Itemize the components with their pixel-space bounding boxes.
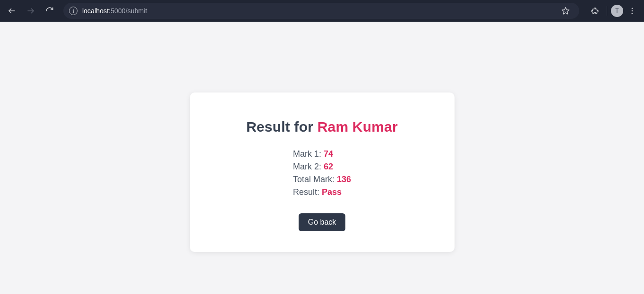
puzzle-icon: [591, 7, 599, 15]
svg-point-5: [632, 13, 633, 14]
result-row: Result: Pass: [293, 187, 351, 197]
menu-button[interactable]: [624, 3, 640, 19]
mark1-label: Mark 1:: [293, 149, 324, 159]
result-value: Pass: [322, 187, 342, 197]
chrome-actions: T: [585, 3, 640, 19]
separator: [607, 6, 607, 16]
profile-avatar[interactable]: T: [611, 5, 623, 17]
url-path: 5000/submit: [111, 7, 147, 15]
svg-marker-2: [562, 8, 569, 14]
page-body: Result for Ram Kumar Mark 1: 74 Mark 2: …: [0, 22, 644, 294]
student-name: Ram Kumar: [318, 119, 398, 134]
result-rows: Mark 1: 74 Mark 2: 62 Total Mark: 136 Re…: [293, 146, 351, 200]
svg-point-3: [632, 8, 633, 9]
total-label: Total Mark:: [293, 175, 337, 184]
heading-prefix: Result for: [246, 119, 318, 134]
reload-button[interactable]: [42, 3, 58, 19]
total-row: Total Mark: 136: [293, 175, 351, 185]
browser-chrome: i localhost:5000/submit T: [0, 0, 644, 22]
back-button[interactable]: [4, 3, 20, 19]
mark2-value: 62: [324, 162, 333, 171]
result-heading: Result for Ram Kumar: [214, 119, 431, 135]
address-bar[interactable]: i localhost:5000/submit: [63, 3, 579, 19]
result-label: Result:: [293, 187, 322, 197]
star-icon: [561, 7, 570, 15]
svg-point-4: [632, 10, 633, 12]
total-value: 136: [337, 175, 351, 184]
arrow-right-icon: [26, 7, 35, 15]
mark1-row: Mark 1: 74: [293, 149, 351, 159]
mark2-row: Mark 2: 62: [293, 162, 351, 172]
arrow-left-icon: [8, 7, 16, 15]
mark2-label: Mark 2:: [293, 162, 324, 171]
url-host: localhost:: [82, 7, 111, 15]
site-info-icon[interactable]: i: [69, 7, 77, 15]
result-card: Result for Ram Kumar Mark 1: 74 Mark 2: …: [190, 92, 455, 252]
forward-button[interactable]: [23, 3, 39, 19]
kebab-icon: [628, 7, 636, 15]
url-text: localhost:5000/submit: [82, 7, 553, 15]
reload-icon: [45, 7, 54, 15]
go-back-button[interactable]: Go back: [299, 213, 346, 231]
mark1-value: 74: [324, 149, 333, 159]
extensions-button[interactable]: [587, 3, 603, 19]
avatar-initial: T: [615, 8, 618, 14]
bookmark-button[interactable]: [558, 3, 574, 19]
